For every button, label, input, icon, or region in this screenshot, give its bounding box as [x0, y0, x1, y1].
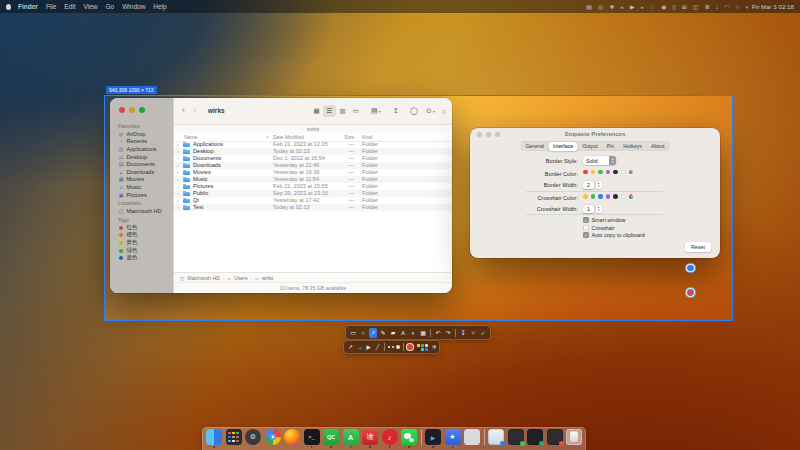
checkbox-crosshair[interactable]: Crosshair [583, 225, 615, 231]
disclosure-icon[interactable]: › [177, 176, 179, 183]
pencil-tool-icon[interactable]: ✎ [379, 328, 387, 338]
close-button[interactable] [119, 107, 125, 113]
custom-color-icon[interactable] [432, 345, 437, 350]
disclosure-icon[interactable]: › [177, 197, 179, 204]
color-swatch[interactable] [425, 348, 428, 351]
disclosure-icon[interactable]: › [177, 204, 179, 211]
table-row[interactable]: ›TestToday at 02:13—Folder [174, 204, 452, 211]
back-button[interactable]: ‹ [182, 106, 185, 115]
sidebar-item-黄色[interactable]: 黄色 [116, 239, 170, 247]
column-header-date-modified[interactable]: Date Modified [273, 133, 304, 141]
zoom-button[interactable] [139, 107, 145, 113]
player-app-dock-icon[interactable]: ▶ [425, 429, 441, 445]
reader-app-dock-icon[interactable]: 读 [362, 429, 378, 445]
border-width-stepper[interactable]: 2 ▴▾ [583, 181, 602, 190]
stats-icon[interactable]: ≣ [705, 4, 710, 10]
search-icon[interactable]: ○ [736, 4, 740, 10]
minimized-window-4[interactable] [547, 429, 563, 445]
disclosure-icon[interactable]: › [177, 141, 179, 148]
record-icon[interactable]: ◉ [661, 4, 666, 10]
stroke-size-option[interactable] [392, 346, 395, 349]
custom-color-icon[interactable] [629, 194, 634, 199]
table-row[interactable]: ›MoviesYesterday at 19:39—Folder [174, 169, 452, 176]
redo-icon[interactable]: ↷ [444, 328, 452, 338]
disclosure-icon[interactable]: › [177, 162, 179, 169]
bubble-tool-icon[interactable]: ◗ [409, 328, 417, 338]
line-style-icon[interactable]: ╱ [374, 342, 381, 352]
heart-icon[interactable]: ♡ [650, 4, 655, 10]
table-row[interactable]: ›PicturesFeb 21, 2023 at 15:55—Folder [174, 183, 452, 190]
border-style-popup[interactable]: Solid ▴▾ [583, 156, 616, 165]
sidebar-item-绿色[interactable]: 绿色 [116, 247, 170, 255]
windows-status-icon[interactable]: ⊞ [682, 4, 687, 10]
checkbox-icon[interactable] [583, 225, 589, 231]
apple-menu-icon[interactable] [6, 4, 11, 10]
color-option[interactable] [621, 194, 626, 199]
firefox-dock-icon[interactable] [284, 429, 300, 445]
sidebar-item-蓝色[interactable]: 蓝色 [116, 254, 170, 262]
sidebar-item-documents[interactable]: ▤Documents [116, 160, 170, 168]
search-button[interactable]: ○ [442, 105, 446, 117]
sidebar-item-recents[interactable]: ◔Recents [116, 138, 170, 146]
prev-track-icon[interactable]: « [621, 4, 624, 10]
selected-color-swatch[interactable] [407, 344, 413, 350]
icon-view-button[interactable]: ▦ [310, 105, 323, 117]
columns-view-button[interactable]: ▥ [336, 105, 349, 117]
music-app-dock-icon[interactable]: ♪ [382, 429, 398, 445]
minimize-button[interactable] [129, 107, 135, 113]
column-header-name[interactable]: Name [184, 133, 197, 141]
save-icon[interactable]: ↧ [459, 328, 467, 338]
arrow-tool-icon[interactable]: ↗ [369, 328, 377, 338]
color-option[interactable] [613, 194, 618, 199]
marker-tool-icon[interactable]: ▰ [389, 328, 397, 338]
settings-dock-icon[interactable]: ⚙ [245, 429, 261, 445]
share-button[interactable]: ↥ [393, 105, 399, 117]
undo-icon[interactable]: ↶ [434, 328, 442, 338]
trash-dock-icon[interactable] [566, 429, 582, 445]
disclosure-icon[interactable]: › [177, 148, 179, 155]
a-app-dock-icon[interactable]: A [343, 429, 359, 445]
tab-about[interactable]: About [646, 142, 669, 151]
minimized-window-1[interactable] [488, 429, 504, 445]
path-segment[interactable]: wirks [262, 275, 274, 281]
table-row[interactable]: ›DownloadsYesterday at 21:46—Folder [174, 162, 452, 169]
color-swatch[interactable] [421, 344, 424, 347]
color-swatch[interactable] [421, 348, 424, 351]
reset-button[interactable]: Reset [685, 242, 711, 252]
menu-help[interactable]: Help [153, 3, 166, 10]
launchpad-dock-icon[interactable] [226, 429, 242, 445]
minimized-window-2[interactable] [508, 429, 524, 445]
tab-pin[interactable]: Pin [602, 142, 619, 151]
group-by-button[interactable]: ▤▾ [371, 105, 381, 117]
menu-view[interactable]: View [84, 3, 98, 10]
target-status-icon[interactable]: ◎ [598, 4, 603, 10]
disclosure-icon[interactable]: › [177, 183, 179, 190]
text-tool-icon[interactable]: A [399, 328, 407, 338]
column-header-kind[interactable]: Kind [362, 133, 372, 141]
sidebar-item-applications[interactable]: ⒶApplications [116, 145, 170, 153]
sidebar-item-desktop[interactable]: ▭Desktop [116, 153, 170, 161]
arrow-style-1-icon[interactable]: ↗ [347, 342, 354, 352]
grid-status-icon[interactable]: ▤ [586, 4, 592, 10]
tab-output[interactable]: Output [578, 142, 603, 151]
disclosure-icon[interactable]: › [177, 169, 179, 176]
flower-status-icon[interactable]: ❖ [609, 4, 614, 10]
control-center-icon[interactable]: ◐ [745, 4, 749, 10]
table-row[interactable]: ›MusicYesterday at 11:54—Folder [174, 176, 452, 183]
sidebar-item-downloads[interactable]: ◒Downloads [116, 168, 170, 176]
rect-tool-icon[interactable]: ▭ [349, 328, 357, 338]
menu-edit[interactable]: Edit [64, 3, 75, 10]
gallery-view-button[interactable]: ▭ [349, 105, 362, 117]
mosaic-tool-icon[interactable]: ▦ [419, 328, 427, 338]
custom-color-icon[interactable] [629, 170, 634, 175]
sidebar-item-airdrop[interactable]: ◎AirDrop [116, 130, 170, 138]
play-icon[interactable]: ▶ [630, 4, 635, 10]
column-header-size[interactable]: Size [337, 133, 354, 141]
tab-hotkeys[interactable]: Hotkeys [619, 142, 647, 151]
download-status-icon[interactable]: ↓ [716, 4, 719, 10]
arrow-style-3-icon[interactable]: ▶ [365, 342, 372, 352]
color-option[interactable] [583, 170, 588, 175]
sidebar-item-橙色[interactable]: 橙色 [116, 232, 170, 240]
color-option[interactable] [606, 194, 611, 199]
sidebar-item-pictures[interactable]: ▣Pictures [116, 191, 170, 199]
